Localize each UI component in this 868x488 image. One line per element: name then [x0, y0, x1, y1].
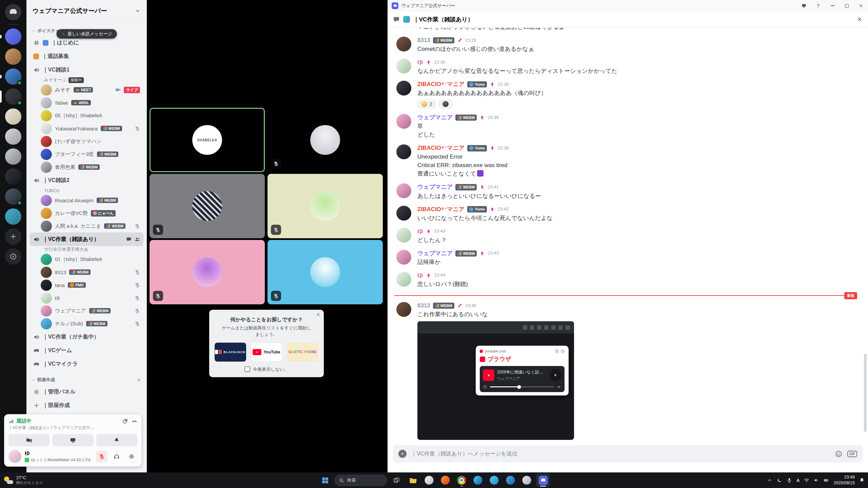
taskbar-weather[interactable]: 27°C 晴れのちくもり	[4, 472, 43, 488]
night-light-icon[interactable]	[777, 477, 782, 483]
popout-call-icon[interactable]	[122, 418, 128, 424]
edge[interactable]	[471, 473, 485, 487]
emoji-picker-icon[interactable]	[835, 450, 843, 458]
channel[interactable]: ｜部屋作成	[30, 399, 143, 412]
message-author[interactable]: ゆ	[417, 228, 423, 235]
channel[interactable]: ｜通話募集	[30, 49, 143, 63]
channel[interactable]: ｜VC作業（ガチ集中）	[30, 330, 143, 344]
video-tile[interactable]	[150, 240, 265, 304]
discord-home[interactable]	[0, 4, 26, 20]
voice-member[interactable]: 人間 a.k.a. カニニまWEBM	[30, 220, 143, 232]
mute-mic-button[interactable]	[96, 451, 107, 462]
activity-tile-blackjack[interactable]: BLACKJACK	[215, 343, 246, 362]
channel[interactable]: ｜VC作業（雑談あり）	[30, 232, 143, 246]
taskbar-search[interactable]: 検索	[335, 475, 387, 486]
reaction-pill[interactable]	[439, 100, 452, 108]
taskbar-clock[interactable]: 23:46 2025/08/15	[833, 474, 855, 486]
dont-show-again-checkbox[interactable]: 今後表示しない。	[215, 366, 318, 372]
message-author[interactable]: ZIBACIO⁴⁻マニア	[417, 81, 465, 88]
avatar[interactable]	[396, 59, 411, 74]
message-embed-image[interactable]: youtube.comブラウザ2025年に間違いなく話題となる2...ウェブマニ…	[417, 321, 574, 440]
voice-member[interactable]: 01［Ishy］ShabeleA	[30, 253, 143, 266]
telegram[interactable]	[488, 473, 501, 487]
media-player[interactable]	[520, 473, 534, 487]
chat-scrollbar[interactable]	[864, 354, 867, 432]
people-icon[interactable]	[135, 237, 140, 242]
voice-member[interactable]: ブターフィー3世WEBM	[30, 148, 143, 161]
video-tile[interactable]	[268, 108, 383, 172]
video-tile[interactable]	[150, 174, 265, 238]
avatar[interactable]	[396, 81, 411, 96]
bubble-icon[interactable]	[126, 237, 132, 242]
checkbox[interactable]	[244, 366, 250, 372]
notifications-icon[interactable]	[859, 477, 865, 483]
avatar[interactable]	[396, 302, 411, 317]
add-server[interactable]	[0, 228, 26, 245]
attach-plus-icon[interactable]	[398, 450, 407, 458]
start-button[interactable]	[318, 473, 332, 487]
gif-picker-button[interactable]: GIF	[847, 451, 857, 457]
new-unread-banner[interactable]: 新しい未読メッセージ	[56, 29, 117, 39]
voice-member[interactable]: けいず@サツマハン	[30, 135, 143, 148]
channel[interactable]: ｜VC雑談2	[30, 174, 143, 187]
message-author[interactable]: ZIBACIO⁴⁻マニア	[417, 144, 465, 152]
activity-tile-youtube[interactable]: YouTube	[251, 343, 282, 362]
help-button[interactable]: ?	[811, 0, 825, 12]
server-10[interactable]	[0, 208, 26, 225]
message-author[interactable]: ZIBACIO⁴⁻マニア	[417, 206, 465, 213]
message-input[interactable]	[411, 451, 830, 457]
screenshare-button[interactable]	[52, 434, 93, 446]
chrome[interactable]	[455, 473, 469, 487]
volume-icon[interactable]	[814, 477, 819, 483]
voice-member[interactable]: 食用色素WEBM	[30, 161, 143, 174]
add-channel-icon[interactable]	[137, 378, 141, 382]
server-5[interactable]	[0, 108, 26, 125]
mic-tray-icon[interactable]	[787, 477, 792, 483]
voice-member[interactable]: !falweARSL	[30, 96, 143, 109]
vscode[interactable]	[504, 473, 517, 487]
popout-icon[interactable]	[797, 0, 811, 12]
task-view[interactable]	[390, 473, 403, 487]
explore-servers[interactable]	[0, 248, 26, 265]
category-header[interactable]: 部屋作成	[30, 375, 143, 385]
discord[interactable]	[536, 473, 550, 487]
settings-gear-icon[interactable]	[126, 451, 137, 462]
voice-member[interactable]: ゆ	[30, 291, 143, 304]
server-2[interactable]	[0, 48, 26, 65]
firefox[interactable]	[439, 473, 452, 487]
photos[interactable]	[422, 473, 436, 487]
close-chat-icon[interactable]	[856, 16, 863, 22]
camera-button[interactable]	[8, 434, 50, 446]
deafen-button[interactable]	[111, 451, 122, 462]
wifi-icon[interactable]	[804, 477, 809, 483]
avatar[interactable]	[396, 272, 411, 287]
voice-member[interactable]: みそすNEETライブ	[30, 83, 143, 96]
minimize-button[interactable]	[825, 0, 840, 12]
voice-member[interactable]: Rivarzal AluwqimWEBM	[30, 194, 143, 207]
video-tile[interactable]	[268, 240, 383, 304]
avatar[interactable]	[396, 37, 411, 52]
maximize-button[interactable]	[840, 0, 854, 12]
channel[interactable]: ｜VC雑談1	[30, 63, 143, 77]
message-author[interactable]: ウェブマニア	[417, 114, 453, 121]
user-avatar[interactable]	[8, 450, 21, 463]
voice-member[interactable]: チルノ(Sub)WEBM	[30, 317, 143, 330]
activity-tile-gartic[interactable]: GARTIC PHONE	[287, 343, 318, 362]
voice-member[interactable]: カレー@VC勢にゃ〜ん	[30, 207, 143, 220]
battery-icon[interactable]	[824, 477, 829, 483]
voice-member[interactable]: ウェブマニアWEBM	[30, 304, 143, 317]
avatar[interactable]	[396, 250, 411, 265]
voice-member[interactable]: tanaPMD	[30, 279, 143, 291]
activities-button[interactable]	[96, 434, 137, 446]
server-header[interactable]: ウェブマニア公式サーバー	[26, 0, 147, 22]
channel[interactable]: ｜VCゲーム	[30, 344, 143, 357]
avatar[interactable]	[396, 183, 411, 198]
close-button[interactable]	[854, 0, 868, 12]
avatar[interactable]	[396, 206, 411, 221]
reaction-pill[interactable]: 2	[417, 100, 436, 108]
message-author[interactable]: ゆ	[417, 59, 423, 66]
voice-member[interactable]: 05［Ishy］ShabeleA	[30, 109, 143, 122]
channel[interactable]: ｜VCマイクラ	[30, 357, 143, 371]
message-author[interactable]: ゆ	[417, 272, 423, 279]
avatar[interactable]	[396, 114, 411, 129]
